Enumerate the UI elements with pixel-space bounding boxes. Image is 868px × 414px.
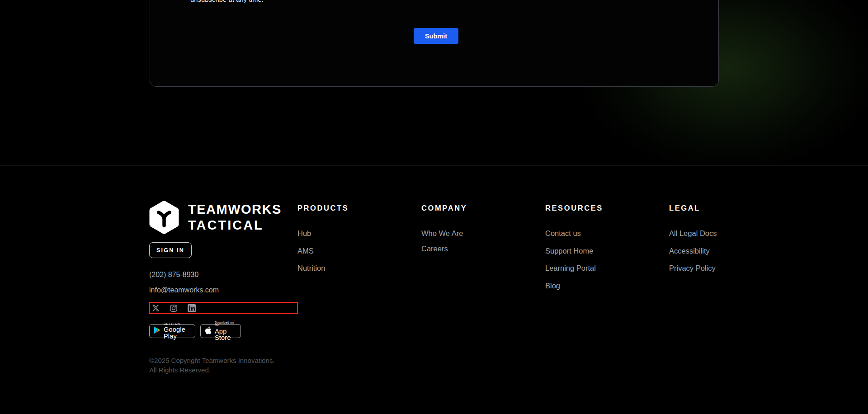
instagram-icon[interactable] <box>170 304 178 312</box>
copyright-text: ©2025 Copyright Teamworks Innovations. A… <box>149 356 275 375</box>
footer-link-all-legal-docs[interactable]: All Legal Docs <box>669 229 717 237</box>
apple-icon <box>205 326 212 336</box>
footer-link-careers[interactable]: Careers <box>421 245 448 253</box>
footer-link-contact-us[interactable]: Contact us <box>545 229 581 237</box>
footer-column-legal: LEGAL All Legal Docs Accessibility Priva… <box>669 204 778 282</box>
column-heading: PRODUCTS <box>297 204 406 212</box>
brand-logo[interactable]: TEAMWORKS TACTICAL <box>149 201 282 236</box>
google-play-badge[interactable]: GET IT ON Google Play <box>149 324 195 338</box>
footer-link-support-home[interactable]: Support Home <box>545 247 593 255</box>
copyright-line1: ©2025 Copyright Teamworks Innovations. <box>149 357 275 364</box>
google-play-icon <box>154 326 160 336</box>
footer-column-products: PRODUCTS Hub AMS Nutrition <box>297 204 406 282</box>
copyright-line2: All Rights Reserved. <box>149 366 211 374</box>
app-store-badge[interactable]: Download on the App Store <box>200 324 241 338</box>
google-play-tagline: GET IT ON <box>164 323 191 326</box>
linkedin-icon[interactable] <box>188 304 196 312</box>
teamworks-hexagon-logo-icon <box>149 201 179 236</box>
page: unsubscribe at any time. Submit TEAMWORK… <box>0 0 868 414</box>
email-address[interactable]: info@teamworks.com <box>149 286 219 294</box>
brand-wordmark: TEAMWORKS TACTICAL <box>188 202 282 234</box>
newsletter-card: unsubscribe at any time. Submit <box>150 0 719 87</box>
footer-link-nutrition[interactable]: Nutrition <box>297 264 325 272</box>
newsletter-disclaimer-text: unsubscribe at any time. <box>190 0 264 3</box>
footer-link-hub[interactable]: Hub <box>297 229 311 237</box>
app-store-tagline: Download on the <box>215 321 236 327</box>
footer: TEAMWORKS TACTICAL SIGN IN (202) 875-893… <box>0 165 868 414</box>
footer-link-blog[interactable]: Blog <box>545 282 560 290</box>
footer-link-ams[interactable]: AMS <box>297 247 314 255</box>
column-heading: RESOURCES <box>545 204 654 212</box>
app-store-label: App Store <box>215 328 236 341</box>
app-badges: GET IT ON Google Play Download on the Ap… <box>149 324 241 338</box>
sign-in-button[interactable]: SIGN IN <box>149 242 192 258</box>
brand-name-line2: TACTICAL <box>188 218 264 232</box>
footer-link-privacy-policy[interactable]: Privacy Policy <box>669 264 716 272</box>
footer-link-who-we-are[interactable]: Who We Are <box>421 229 463 237</box>
footer-column-company: COMPANY Who We Are Careers <box>421 204 530 260</box>
submit-button[interactable]: Submit <box>414 28 458 44</box>
footer-column-resources: RESOURCES Contact us Support Home Learni… <box>545 204 654 299</box>
social-icons-highlight-box <box>149 302 298 314</box>
phone-number[interactable]: (202) 875-8930 <box>149 271 198 279</box>
footer-link-accessibility[interactable]: Accessibility <box>669 247 710 255</box>
footer-link-learning-portal[interactable]: Learning Portal <box>545 264 596 272</box>
brand-name-line1: TEAMWORKS <box>188 202 282 216</box>
x-twitter-icon[interactable] <box>152 304 160 312</box>
column-heading: COMPANY <box>421 204 530 212</box>
column-heading: LEGAL <box>669 204 778 212</box>
google-play-label: Google Play <box>164 326 191 339</box>
